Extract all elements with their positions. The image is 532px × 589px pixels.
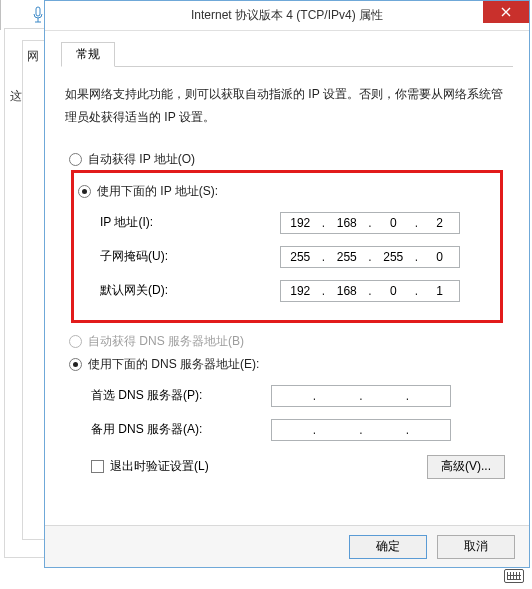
dialog-footer: 确定 取消 [45,525,529,567]
radio-dns-manual[interactable]: 使用下面的 DNS 服务器地址(E): [69,356,505,373]
radio-icon [69,335,82,348]
close-button[interactable] [483,1,529,23]
close-icon [501,7,511,17]
ok-button[interactable]: 确定 [349,535,427,559]
radio-label: 自动获得 DNS 服务器地址(B) [88,333,244,350]
bg-text: 网 [27,48,39,65]
highlight-box: 使用下面的 IP 地址(S): IP 地址(I): 192. 168. 0. 2… [71,170,503,323]
properties-dialog: Internet 协议版本 4 (TCP/IPv4) 属性 常规 如果网络支持此… [44,0,530,568]
description-text: 如果网络支持此功能，则可以获取自动指派的 IP 设置。否则，你需要从网络系统管理… [65,83,509,129]
ip-address-input[interactable]: 192. 168. 0. 2 [280,212,460,234]
radio-icon [78,185,91,198]
radio-dns-auto: 自动获得 DNS 服务器地址(B) [69,333,505,350]
radio-label: 使用下面的 IP 地址(S): [97,183,218,200]
advanced-button[interactable]: 高级(V)... [427,455,505,479]
alternate-dns-label: 备用 DNS 服务器(A): [91,421,271,438]
subnet-mask-input[interactable]: 255. 255. 255. 0 [280,246,460,268]
radio-icon [69,358,82,371]
svg-rect-0 [36,7,40,16]
radio-ip-auto[interactable]: 自动获得 IP 地址(O) [69,151,505,168]
cancel-button[interactable]: 取消 [437,535,515,559]
radio-label: 自动获得 IP 地址(O) [88,151,195,168]
preferred-dns-input[interactable]: . . . [271,385,451,407]
preferred-dns-label: 首选 DNS 服务器(P): [91,387,271,404]
alternate-dns-input[interactable]: . . . [271,419,451,441]
radio-icon [69,153,82,166]
tabstrip: 常规 [61,41,513,67]
ip-address-label: IP 地址(I): [100,214,280,231]
validate-checkbox[interactable] [91,460,104,473]
default-gateway-label: 默认网关(D): [100,282,280,299]
microphone-icon [32,6,44,24]
window-title: Internet 协议版本 4 (TCP/IPv4) 属性 [45,7,529,24]
default-gateway-input[interactable]: 192. 168. 0. 1 [280,280,460,302]
bg-text: 这 [10,88,22,105]
tab-general[interactable]: 常规 [61,42,115,67]
subnet-mask-label: 子网掩码(U): [100,248,280,265]
titlebar: Internet 协议版本 4 (TCP/IPv4) 属性 [45,1,529,31]
radio-label: 使用下面的 DNS 服务器地址(E): [88,356,259,373]
keyboard-icon[interactable] [504,569,524,583]
radio-ip-manual[interactable]: 使用下面的 IP 地址(S): [78,183,496,200]
tab-label: 常规 [76,46,100,63]
validate-label: 退出时验证设置(L) [110,458,209,475]
